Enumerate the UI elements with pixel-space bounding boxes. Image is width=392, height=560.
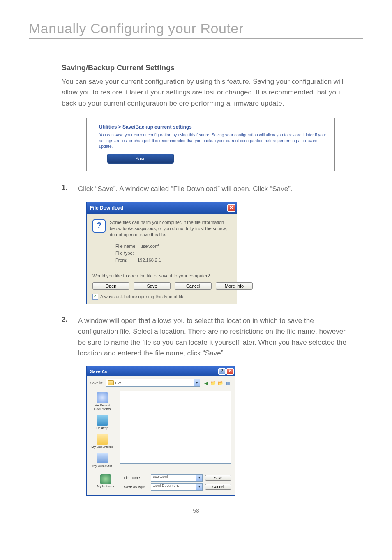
save-as-type-label: Save as type: — [124, 485, 148, 489]
save-in-dropdown[interactable]: FW ▾ — [106, 379, 200, 387]
save-button[interactable]: Save — [107, 154, 174, 164]
step-1-text: Click “Save”. A window called “File Down… — [78, 184, 351, 194]
documents-icon — [97, 434, 108, 445]
question-icon: ? — [92, 219, 106, 233]
help-icon[interactable]: ? — [218, 368, 226, 375]
place-desktop[interactable]: Desktop — [87, 413, 118, 432]
title-rule — [29, 38, 363, 39]
new-folder-icon[interactable]: 📂 — [217, 380, 224, 386]
save-as-dialog: Save As ? ✕ Save in: FW ▾ ◀ 📁 📂 ▦ — [86, 366, 235, 496]
computer-icon — [97, 453, 108, 463]
file-download-message: Some files can harm your computer. If th… — [110, 219, 231, 238]
cancel-button[interactable]: Cancel — [175, 282, 212, 290]
file-list-area[interactable] — [120, 391, 231, 464]
save-button[interactable]: Save — [134, 282, 171, 290]
step-2-text: A window will open that allows you to se… — [78, 316, 351, 359]
utilities-panel: Utilities > Save/Backup current settings… — [86, 118, 335, 171]
place-recent[interactable]: My Recent Documents — [87, 391, 118, 413]
more-info-button[interactable]: More Info — [216, 282, 253, 290]
file-type-label: File type: — [115, 251, 134, 256]
desktop-icon — [97, 415, 108, 426]
utilities-desc: You can save your current configuration … — [99, 132, 327, 150]
chevron-down-icon[interactable]: ▾ — [196, 484, 202, 490]
close-icon[interactable]: ✕ — [226, 368, 234, 375]
chevron-down-icon[interactable]: ▾ — [194, 379, 200, 386]
save-as-type-dropdown[interactable]: .conf Document ▾ — [151, 483, 203, 491]
file-name-label: File name: — [124, 476, 148, 480]
place-my-documents[interactable]: My Documents — [87, 432, 118, 451]
folder-icon — [108, 380, 114, 385]
save-in-label: Save in: — [90, 381, 104, 385]
place-my-computer[interactable]: My Computer — [87, 451, 118, 470]
save-in-value: FW — [115, 381, 121, 385]
save-as-title: Save As — [90, 369, 107, 374]
page-number: 58 — [29, 507, 363, 514]
section-intro: You can save your current configuration … — [62, 76, 351, 109]
views-icon[interactable]: ▦ — [225, 380, 231, 386]
utilities-title: Utilities > Save/Backup current settings — [99, 124, 327, 130]
back-icon[interactable]: ◀ — [203, 380, 209, 386]
file-download-dialog: File Download ✕ ? Some files can harm yo… — [86, 202, 237, 304]
chevron-down-icon[interactable]: ▾ — [196, 475, 202, 481]
close-icon[interactable]: ✕ — [227, 204, 235, 212]
network-icon — [100, 474, 111, 484]
file-name-input[interactable]: user.conf ▾ — [151, 474, 203, 482]
always-ask-label: Always ask before opening this type of f… — [100, 294, 184, 299]
section-heading: Saving/Backup Current Settings — [62, 64, 351, 72]
open-button[interactable]: Open — [92, 282, 129, 290]
always-ask-checkbox[interactable]: ✓ — [92, 294, 98, 300]
cancel-button[interactable]: Cancel — [205, 484, 231, 490]
from-value: 192.168.2.1 — [137, 258, 161, 263]
up-folder-icon[interactable]: 📁 — [210, 380, 217, 386]
page-title: Manually Configuring your Router — [29, 21, 363, 37]
file-download-prompt: Would you like to open the file or save … — [92, 273, 231, 278]
step-1-number: 1. — [62, 184, 70, 194]
save-button[interactable]: Save — [205, 475, 231, 481]
place-my-network[interactable]: My Network — [90, 474, 121, 491]
from-label: From: — [115, 258, 127, 263]
file-download-title: File Download — [90, 205, 123, 211]
step-2-number: 2. — [62, 316, 70, 359]
recent-icon — [97, 392, 108, 403]
places-bar: My Recent Documents Desktop My Documents… — [87, 389, 118, 472]
file-name-value: user.conf — [141, 244, 159, 249]
file-name-label: File name: — [115, 244, 136, 249]
